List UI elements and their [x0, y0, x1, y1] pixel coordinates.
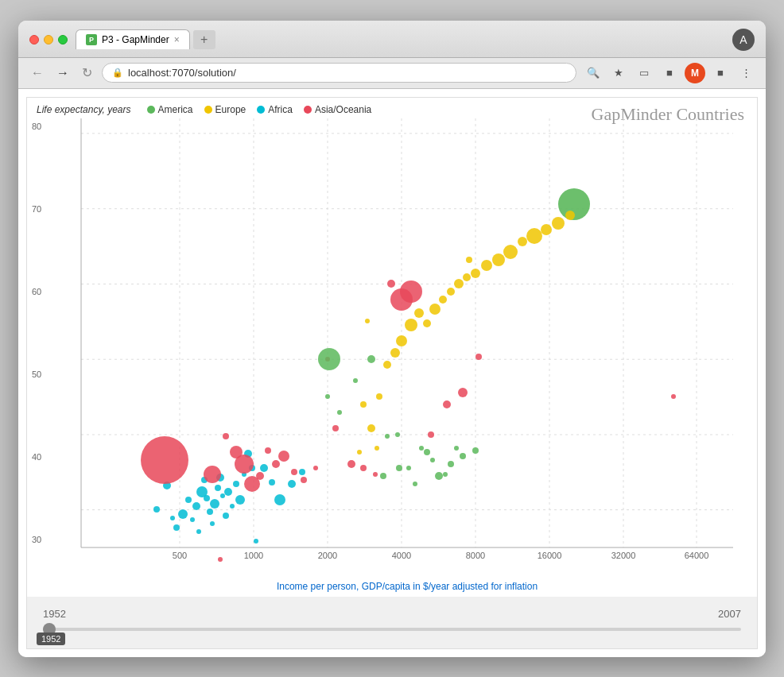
search-icon[interactable]: 🔍 — [583, 63, 604, 83]
bubble[interactable] — [541, 224, 552, 235]
bubble[interactable] — [443, 472, 448, 477]
bubble[interactable] — [196, 529, 201, 534]
bubble[interactable] — [671, 394, 676, 399]
profile-menu-icon[interactable]: M — [685, 63, 705, 83]
bubble[interactable] — [357, 450, 362, 455]
bubble[interactable] — [360, 465, 367, 471]
bubble[interactable] — [190, 517, 195, 522]
bubble[interactable] — [223, 513, 229, 519]
url-bar[interactable]: 🔒 localhost:7070/solution/ — [102, 63, 576, 83]
bubble[interactable] — [353, 378, 358, 383]
bubble[interactable] — [460, 453, 466, 459]
bubble[interactable] — [210, 499, 219, 509]
bubble[interactable] — [396, 465, 402, 471]
bubble[interactable] — [458, 388, 468, 397]
bubble[interactable] — [325, 394, 330, 399]
maximize-button[interactable] — [58, 35, 68, 44]
bubble[interactable] — [413, 482, 417, 486]
bubble-large-asia[interactable] — [141, 436, 188, 484]
bubble[interactable] — [405, 319, 417, 331]
bubble[interactable] — [367, 355, 375, 363]
bubble[interactable] — [373, 472, 378, 477]
bubble[interactable] — [278, 451, 289, 462]
bubble[interactable] — [429, 304, 441, 315]
bubble[interactable] — [518, 237, 527, 246]
bubble[interactable] — [380, 473, 386, 479]
bubble[interactable] — [385, 434, 390, 439]
bubble[interactable] — [260, 464, 268, 472]
bubble[interactable] — [454, 446, 459, 451]
bubble[interactable] — [265, 447, 271, 454]
timeline-thumb[interactable]: 1952 — [43, 623, 56, 636]
bubble[interactable] — [254, 539, 258, 544]
extension-icon[interactable]: ■ — [659, 63, 680, 83]
close-button[interactable] — [29, 35, 39, 44]
tab-close-button[interactable]: × — [174, 34, 180, 45]
bubble[interactable] — [210, 521, 215, 526]
menu-icon[interactable]: ⋮ — [735, 63, 756, 83]
bubble[interactable] — [503, 245, 518, 259]
bubble-america-medium[interactable] — [318, 348, 340, 370]
bubble[interactable] — [178, 509, 188, 519]
bubble[interactable] — [565, 211, 575, 220]
bubble[interactable] — [419, 446, 424, 451]
bubble[interactable] — [233, 481, 239, 487]
bubble[interactable] — [235, 495, 245, 505]
bubble[interactable] — [367, 424, 375, 432]
bubble[interactable] — [220, 493, 225, 498]
bubble[interactable] — [439, 296, 447, 304]
bubble[interactable] — [256, 472, 264, 480]
new-tab-button[interactable]: + — [193, 30, 215, 49]
bubble[interactable] — [406, 466, 411, 470]
bubble[interactable] — [347, 460, 355, 468]
bubble[interactable] — [400, 280, 422, 303]
bubble[interactable] — [173, 524, 180, 531]
bubble[interactable] — [230, 504, 235, 509]
extension2-icon[interactable]: ■ — [710, 63, 731, 83]
bubble[interactable] — [428, 431, 434, 438]
bubble[interactable] — [299, 469, 305, 475]
bubble[interactable] — [376, 393, 382, 400]
bubble[interactable] — [396, 335, 407, 346]
bubble[interactable] — [215, 485, 221, 491]
bubble[interactable] — [454, 279, 464, 288]
bubble[interactable] — [471, 269, 480, 278]
bubble[interactable] — [414, 308, 424, 318]
bubble[interactable] — [472, 447, 479, 454]
bubble[interactable] — [204, 466, 221, 483]
profile-icon[interactable]: A — [732, 29, 755, 51]
bubble[interactable] — [423, 319, 431, 327]
bubble[interactable] — [435, 472, 443, 480]
bubble[interactable] — [466, 257, 472, 263]
bubble[interactable] — [185, 497, 192, 503]
bubble[interactable] — [274, 494, 285, 505]
bubble[interactable] — [365, 319, 370, 323]
timeline-track[interactable]: 1952 — [43, 628, 741, 631]
bubble[interactable] — [375, 446, 379, 451]
active-tab[interactable]: P P3 - GapMinder × — [76, 29, 190, 49]
cast-icon[interactable]: ▭ — [634, 63, 654, 83]
back-button[interactable]: ← — [28, 64, 47, 82]
bubble[interactable] — [224, 488, 232, 496]
bubble[interactable] — [272, 460, 280, 468]
bubble[interactable] — [360, 401, 367, 408]
bubble[interactable] — [481, 260, 492, 271]
bubble[interactable] — [204, 495, 210, 501]
forward-button[interactable]: → — [53, 64, 72, 82]
bubble[interactable] — [552, 217, 565, 230]
bubble[interactable] — [390, 348, 400, 358]
reload-button[interactable]: ↻ — [79, 64, 95, 82]
bubble[interactable] — [430, 458, 435, 462]
bubble[interactable] — [395, 432, 400, 437]
minimize-button[interactable] — [44, 35, 53, 44]
bubble[interactable] — [332, 425, 339, 431]
bubble[interactable] — [387, 280, 395, 288]
bubble[interactable] — [235, 455, 254, 474]
bubble[interactable] — [337, 410, 342, 415]
bubble[interactable] — [192, 502, 200, 510]
bubble[interactable] — [153, 506, 160, 513]
bubble[interactable] — [448, 461, 454, 467]
bubble[interactable] — [475, 354, 482, 360]
bubble[interactable] — [170, 516, 175, 520]
bubble[interactable] — [526, 228, 542, 244]
